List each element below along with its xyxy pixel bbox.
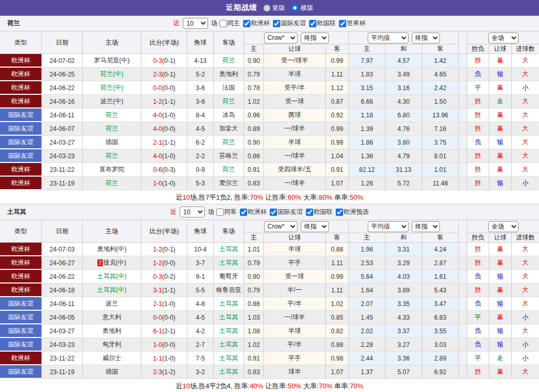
result-goals-cell: 小 [512, 338, 539, 352]
odds-source-select[interactable]: Crow* [264, 32, 298, 43]
radio-unchecked-icon[interactable] [263, 5, 270, 12]
result-scope-select[interactable]: 全场 [488, 32, 519, 43]
away-team-cell: 土耳其 [214, 352, 244, 365]
league-type-cell: 国际友谊 [0, 122, 42, 136]
away-team-cell: 土耳其 [214, 256, 244, 270]
summary-segment: 让胜率: [263, 193, 288, 201]
away-team-cell: 葡萄牙 [214, 270, 244, 284]
avg-away-cell: 5.43 [422, 284, 459, 297]
league-checkbox-input[interactable] [240, 209, 247, 216]
avg-away-cell: 3.75 [422, 136, 459, 149]
halftime-score: (0-1) [162, 57, 175, 64]
away-odds-cell: 1.04 [326, 149, 349, 163]
avg-home-cell: 7.97 [349, 54, 386, 68]
date-cell: 23-11-22 [42, 352, 83, 365]
summary-segment: 10 [182, 382, 190, 390]
layout-radio-horizontal[interactable]: 横版 [291, 4, 313, 13]
table-row: 欧洲杯24-06-22荷兰(中)0-0(0-0)3-6法国0.78受平/半1.1… [0, 81, 539, 95]
away-team-name: 爱尔兰 [219, 179, 238, 187]
away-team-name: 格鲁吉亚 [216, 286, 241, 293]
league-filter-checkbox[interactable]: 欧洲预选 [336, 208, 369, 216]
odds-source-select[interactable]: Crow* [264, 221, 298, 232]
league-checkbox-input[interactable] [336, 209, 343, 216]
table-row: 国际友谊23-11-19德国2-3(1-2)3-2土耳其0.83球半1.071.… [0, 365, 539, 379]
away-team-cell: 荷兰 [214, 163, 244, 177]
section-header-bar: 荷兰近10场同主欧洲杯国际友谊欧国联世界杯 [0, 16, 539, 31]
same-venue-checkbox-input[interactable] [216, 209, 224, 216]
away-team-cell: 格鲁吉亚 [214, 284, 244, 297]
league-filter-label: 欧洲杯 [248, 208, 267, 216]
home-odds-cell: 0.90 [244, 270, 264, 284]
league-filter-checkbox[interactable]: 欧国联 [309, 19, 336, 28]
handicap-cell: 平/半 [264, 297, 326, 311]
league-filter-checkbox[interactable]: 欧洲杯 [243, 19, 270, 28]
odds-time-select[interactable]: 终指 [301, 32, 329, 43]
fulltime-score: 1-0 [153, 341, 162, 349]
date-cell: 23-11-19 [42, 177, 83, 190]
league-checkbox-input[interactable] [243, 20, 250, 27]
avg-home-cell: 1.37 [349, 365, 386, 379]
away-team-cell: 荷兰 [214, 54, 244, 68]
league-filter-checkbox[interactable]: 国际友谊 [273, 19, 306, 28]
radio-checked-icon[interactable] [291, 4, 299, 12]
home-team-cell: 波兰 [83, 297, 141, 311]
league-filter-checkbox[interactable]: 欧国联 [306, 208, 333, 216]
corner-cell: 10-4 [188, 243, 214, 256]
date-cell: 24-07-03 [42, 243, 83, 256]
layout-radio-vertical[interactable]: 竖版 [263, 4, 285, 13]
home-team-cell: 奥地利 [83, 324, 141, 338]
league-checkbox-input[interactable] [273, 20, 280, 27]
league-checkbox-input[interactable] [309, 20, 316, 27]
score-cell: 3-1(1-1) [141, 284, 188, 297]
filter-controls: 近10场同主欧洲杯国际友谊欧国联世界杯 [173, 18, 366, 29]
recent-count-select[interactable]: 10 [183, 18, 208, 29]
handicap-cell: 球半 [264, 365, 326, 379]
home-team-name: 罗马尼亚(中) [94, 57, 130, 64]
home-team-cell: 意大利 [83, 311, 141, 324]
result-goals-cell: 大 [512, 297, 539, 311]
away-odds-cell: 0.99 [326, 54, 349, 68]
corner-cell: 4-13 [188, 54, 214, 68]
spacer-cell [459, 81, 467, 95]
away-team-cell: 荷兰 [214, 95, 244, 108]
league-filter-checkbox[interactable]: 国际友谊 [270, 208, 303, 216]
avg-time-select[interactable]: 终指 [412, 32, 440, 43]
league-checkbox-input[interactable] [270, 209, 277, 216]
league-type-cell: 欧洲杯 [0, 54, 42, 68]
score-cell: 0-0(0-0) [141, 81, 188, 95]
odds-time-select[interactable]: 终指 [301, 221, 329, 232]
result-wdl-cell: 胜 [467, 122, 489, 136]
result-handicap-cell: 赢 [489, 81, 512, 95]
home-odds-cell: 0.83 [244, 177, 264, 190]
home-team-name: 匈牙利 [103, 341, 122, 348]
result-goals-cell: 大 [512, 243, 539, 256]
league-checkbox-input[interactable] [339, 20, 346, 27]
league-type-cell: 国际友谊 [0, 324, 42, 338]
avg-source-select[interactable]: 平均值 [368, 221, 409, 232]
avg-away-cell: 1.50 [422, 95, 459, 108]
same-venue-checkbox[interactable]: 同主 [219, 19, 240, 28]
corner-cell: 2-7 [188, 338, 214, 352]
league-filter-checkbox[interactable]: 世界杯 [339, 19, 366, 28]
table-row: 国际友谊24-06-11波兰2-1(1-0)4-8土耳其0.86平/半1.022… [0, 297, 539, 311]
handicap-cell: 平/半 [264, 338, 326, 352]
away-odds-cell: 0.88 [326, 338, 349, 352]
top-header-bar: 近期战绩 竖版 横版 [0, 0, 539, 16]
recent-count-select[interactable]: 10 [180, 206, 205, 217]
result-scope-select[interactable]: 全场 [488, 221, 519, 232]
league-filter-checkbox[interactable]: 欧洲杯 [240, 208, 267, 216]
away-team-name: 冰岛 [223, 111, 235, 118]
page-title: 近期战绩 [226, 3, 257, 13]
same-venue-checkbox-input[interactable] [219, 20, 227, 27]
date-cell: 24-06-07 [42, 122, 83, 136]
result-wdl-cell: 负 [467, 338, 489, 352]
league-checkbox-input[interactable] [306, 209, 313, 216]
avg-time-select[interactable]: 终指 [412, 221, 440, 232]
date-cell: 23-11-22 [42, 163, 83, 177]
avg-source-select[interactable]: 平均值 [368, 32, 409, 43]
halftime-score: (0-1) [162, 71, 175, 78]
handicap-cell: 受平/半 [264, 81, 326, 95]
halftime-score: (1-0) [162, 112, 175, 119]
away-team-cell: 冰岛 [214, 108, 244, 122]
same-venue-checkbox[interactable]: 同客 [216, 208, 237, 216]
